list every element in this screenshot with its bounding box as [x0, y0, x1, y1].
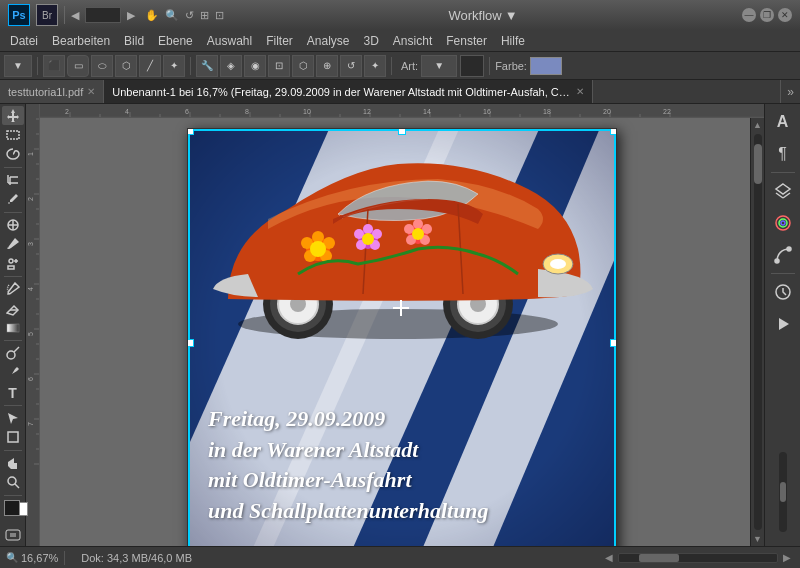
- vertical-scrollbar[interactable]: ▲ ▼: [750, 118, 764, 546]
- svg-rect-16: [8, 432, 18, 442]
- extra-btn-6[interactable]: ⊕: [316, 55, 338, 77]
- lasso-tool[interactable]: [2, 145, 24, 164]
- tab-close-2[interactable]: ✕: [576, 86, 584, 97]
- menu-bild[interactable]: Bild: [118, 32, 150, 50]
- extra-btn-2[interactable]: ◈: [220, 55, 242, 77]
- quick-mask-btn[interactable]: [2, 525, 24, 544]
- maximize-button[interactable]: ❐: [760, 8, 774, 22]
- vscroll-thumb[interactable]: [754, 144, 762, 184]
- history-brush-tool[interactable]: [2, 280, 24, 299]
- custom-shape-btn[interactable]: ✦: [163, 55, 185, 77]
- menu-ansicht[interactable]: Ansicht: [387, 32, 438, 50]
- svg-text:1: 1: [27, 152, 34, 156]
- art-dropdown[interactable]: ▼: [421, 55, 457, 77]
- panel-btn-type[interactable]: A: [769, 108, 797, 136]
- ellipse-btn[interactable]: ⬭: [91, 55, 113, 77]
- hscroll-area[interactable]: ◀ ▶: [602, 551, 794, 565]
- hscroll-thumb[interactable]: [639, 554, 679, 562]
- extra-btn-3[interactable]: ◉: [244, 55, 266, 77]
- rect-shape-btn[interactable]: ⬛: [43, 55, 65, 77]
- screen-mode-icon[interactable]: ⊡: [215, 9, 224, 22]
- eraser-tool[interactable]: [2, 299, 24, 318]
- zoom-tool[interactable]: [2, 473, 24, 492]
- type-tool[interactable]: T: [2, 383, 24, 402]
- path-selection-tool[interactable]: [2, 409, 24, 428]
- tab-scroll-button[interactable]: »: [780, 80, 800, 103]
- tool-preset-btn[interactable]: ▼: [4, 55, 32, 77]
- canvas-area[interactable]: 2 4 6 8 10 12 14 16 18 20 22: [40, 104, 764, 546]
- panel-btn-channels[interactable]: [769, 209, 797, 237]
- hand-tool-icon[interactable]: ✋: [145, 9, 159, 22]
- nav-right-btn[interactable]: ▶: [127, 9, 135, 22]
- menu-ebene[interactable]: Ebene: [152, 32, 199, 50]
- menu-bearbeiten[interactable]: Bearbeiten: [46, 32, 116, 50]
- canvas[interactable]: Freitag, 29.09.2009 in der Warener Altst…: [187, 128, 617, 546]
- extra-btn-5[interactable]: ⬡: [292, 55, 314, 77]
- foreground-color[interactable]: [4, 500, 20, 516]
- vscroll-track[interactable]: [754, 134, 762, 530]
- farbe-swatch[interactable]: [530, 57, 562, 75]
- panel-btn-history[interactable]: [769, 278, 797, 306]
- pen-tool[interactable]: [2, 364, 24, 383]
- eyedropper-tool[interactable]: [2, 190, 24, 209]
- menu-datei[interactable]: Datei: [4, 32, 44, 50]
- tab-unbenannt[interactable]: Unbenannt-1 bei 16,7% (Freitag, 29.09.20…: [104, 80, 593, 103]
- clone-stamp-tool[interactable]: [2, 254, 24, 273]
- line-btn[interactable]: ╱: [139, 55, 161, 77]
- nav-left-btn[interactable]: ◀: [71, 9, 79, 22]
- menu-hilfe[interactable]: Hilfe: [495, 32, 531, 50]
- svg-point-131: [779, 219, 787, 227]
- tab-label-2: Unbenannt-1 bei 16,7% (Freitag, 29.09.20…: [112, 86, 572, 98]
- zoom-tool-icon[interactable]: 🔍: [165, 9, 179, 22]
- menu-auswahl[interactable]: Auswahl: [201, 32, 258, 50]
- panel-btn-actions[interactable]: [769, 310, 797, 338]
- polygon-btn[interactable]: ⬡: [115, 55, 137, 77]
- art-color-swatch[interactable]: [460, 55, 484, 77]
- tool-sep-4: [4, 340, 22, 341]
- hand-tool[interactable]: [2, 454, 24, 473]
- panel-btn-paths[interactable]: [769, 241, 797, 269]
- zoom-input[interactable]: 16,7: [85, 7, 121, 23]
- svg-text:14: 14: [423, 108, 431, 115]
- gradient-tool[interactable]: [2, 319, 24, 338]
- crop-tool[interactable]: [2, 170, 24, 189]
- extra-btn-7[interactable]: ↺: [340, 55, 362, 77]
- tab-close-1[interactable]: ✕: [87, 86, 95, 97]
- tab-testtutorial[interactable]: testtutoria1l.pdf ✕: [0, 80, 104, 103]
- close-button[interactable]: ✕: [778, 8, 792, 22]
- dodge-tool[interactable]: [2, 344, 24, 363]
- round-rect-btn[interactable]: ▭: [67, 55, 89, 77]
- marquee-tool[interactable]: [2, 126, 24, 145]
- menu-filter[interactable]: Filter: [260, 32, 299, 50]
- ps-logo: Ps: [8, 4, 30, 26]
- hscroll-right-btn[interactable]: ▶: [780, 551, 794, 565]
- brush-tool[interactable]: [2, 235, 24, 254]
- panel-scrollbar[interactable]: [779, 452, 787, 532]
- hscrollbar[interactable]: [618, 553, 778, 563]
- move-tool[interactable]: [2, 106, 24, 125]
- arrange-icon[interactable]: ⊞: [200, 9, 209, 22]
- healing-brush-tool[interactable]: [2, 215, 24, 234]
- extra-btn-8[interactable]: ✦: [364, 55, 386, 77]
- minimize-button[interactable]: —: [742, 8, 756, 22]
- menu-fenster[interactable]: Fenster: [440, 32, 493, 50]
- vscroll-down-btn[interactable]: ▼: [751, 532, 765, 546]
- menu-3d[interactable]: 3D: [358, 32, 385, 50]
- panel-sep-1: [771, 172, 795, 173]
- panel-btn-layers[interactable]: [769, 177, 797, 205]
- rotate-icon[interactable]: ↺: [185, 9, 194, 22]
- hscroll-left-btn[interactable]: ◀: [602, 551, 616, 565]
- workflow-dropdown-icon: ▼: [505, 8, 518, 23]
- vscroll-up-btn[interactable]: ▲: [751, 118, 765, 132]
- extra-btn-4[interactable]: ⊡: [268, 55, 290, 77]
- shape-tool[interactable]: [2, 428, 24, 447]
- workflow-button[interactable]: Workflow ▼: [448, 8, 517, 23]
- extra-btn-1[interactable]: 🔧: [196, 55, 218, 77]
- status-zoom: 🔍 16,67%: [6, 552, 58, 564]
- panel-btn-paragraph[interactable]: ¶: [769, 140, 797, 168]
- canvas-container: Freitag, 29.09.2009 in der Warener Altst…: [40, 118, 764, 546]
- panel-scrollbar-thumb[interactable]: [780, 482, 786, 502]
- menu-analyse[interactable]: Analyse: [301, 32, 356, 50]
- svg-point-114: [363, 224, 373, 234]
- svg-point-121: [413, 219, 423, 229]
